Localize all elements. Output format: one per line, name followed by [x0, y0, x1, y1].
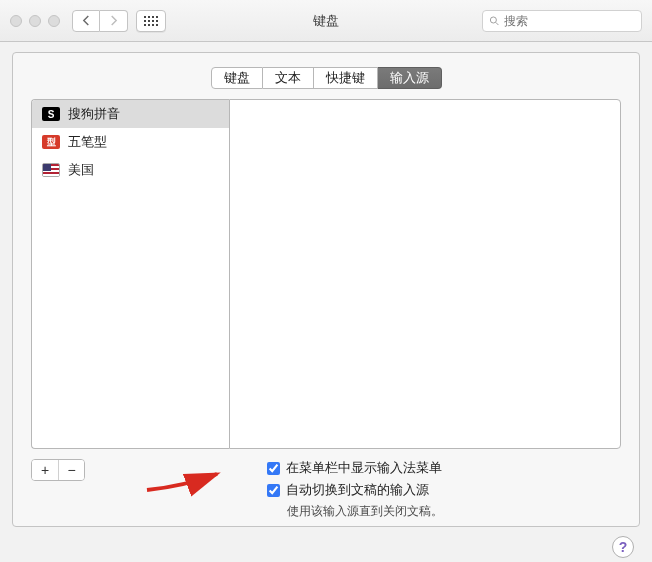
zoom-light[interactable] — [48, 15, 60, 27]
check-show-menu[interactable]: 在菜单栏中显示输入法菜单 — [267, 459, 443, 477]
svg-line-1 — [496, 22, 499, 25]
source-item-sogou[interactable]: S 搜狗拼音 — [32, 100, 229, 128]
check-auto-switch[interactable]: 自动切换到文稿的输入源 — [267, 481, 443, 499]
titlebar: 键盘 — [0, 0, 652, 42]
check-label: 自动切换到文稿的输入源 — [286, 481, 429, 499]
input-sources-body: S 搜狗拼音 型 五笔型 美国 — [31, 99, 621, 449]
show-all-button[interactable] — [136, 10, 166, 32]
source-item-wubi[interactable]: 型 五笔型 — [32, 128, 229, 156]
tab-keyboard[interactable]: 键盘 — [211, 67, 263, 89]
flag-us-icon — [42, 163, 60, 177]
tab-input-sources[interactable]: 输入源 — [378, 67, 442, 89]
auto-switch-note: 使用该输入源直到关闭文稿。 — [287, 503, 443, 520]
window-controls — [10, 15, 60, 27]
arrow-icon — [145, 466, 225, 496]
add-remove-control: + − — [31, 459, 85, 481]
minimize-light[interactable] — [29, 15, 41, 27]
annotation-arrow — [145, 466, 225, 499]
chevron-right-icon — [109, 15, 118, 26]
svg-point-0 — [490, 16, 496, 22]
nav-buttons — [72, 10, 128, 32]
preferences-panel: 键盘 文本 快捷键 输入源 S 搜狗拼音 型 五笔型 美国 — [12, 52, 640, 527]
grid-icon — [144, 16, 158, 26]
forward-button[interactable] — [100, 10, 128, 32]
sogou-icon: S — [42, 107, 60, 121]
source-label: 搜狗拼音 — [68, 105, 120, 123]
tab-text[interactable]: 文本 — [263, 67, 314, 89]
tab-bar: 键盘 文本 快捷键 输入源 — [31, 67, 621, 89]
wubi-icon: 型 — [42, 135, 60, 149]
back-button[interactable] — [72, 10, 100, 32]
search-input[interactable] — [504, 14, 635, 28]
close-light[interactable] — [10, 15, 22, 27]
options-checks: 在菜单栏中显示输入法菜单 自动切换到文稿的输入源 使用该输入源直到关闭文稿。 — [267, 459, 443, 520]
bottom-row: + − 在菜单栏中显示输入法菜单 自动切换到文稿的输入源 使用该输入源直到关闭文… — [31, 459, 621, 520]
search-field[interactable] — [482, 10, 642, 32]
add-button[interactable]: + — [32, 460, 58, 480]
source-detail — [229, 99, 621, 449]
search-icon — [489, 15, 500, 27]
check-label: 在菜单栏中显示输入法菜单 — [286, 459, 442, 477]
content-area: 键盘 文本 快捷键 输入源 S 搜狗拼音 型 五笔型 美国 — [0, 42, 652, 562]
source-list[interactable]: S 搜狗拼音 型 五笔型 美国 — [31, 99, 229, 449]
source-label: 五笔型 — [68, 133, 107, 151]
checkbox-auto-switch[interactable] — [267, 484, 280, 497]
remove-button[interactable]: − — [58, 460, 84, 480]
source-label: 美国 — [68, 161, 94, 179]
help-button[interactable]: ? — [612, 536, 634, 558]
tab-shortcuts[interactable]: 快捷键 — [314, 67, 378, 89]
checkbox-show-menu[interactable] — [267, 462, 280, 475]
source-item-us[interactable]: 美国 — [32, 156, 229, 184]
chevron-left-icon — [82, 15, 91, 26]
